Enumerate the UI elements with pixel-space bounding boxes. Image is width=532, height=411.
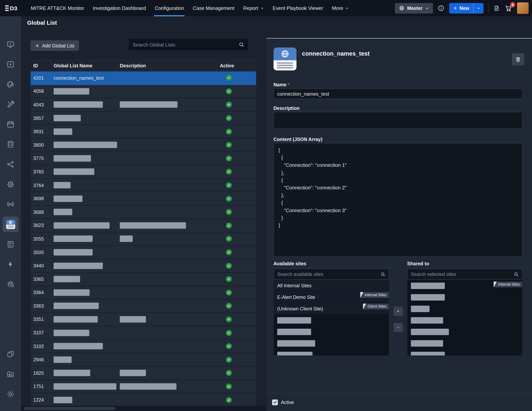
- nav-item[interactable]: MITRE ATT&CK Monitor: [26, 0, 88, 16]
- table-row[interactable]: 3107: [31, 326, 256, 340]
- redacted-name: [54, 249, 93, 256]
- site-item[interactable]: [274, 326, 389, 338]
- sidebar-item-fingerprint[interactable]: [3, 276, 18, 292]
- sidebar-item-workspaces[interactable]: [3, 346, 18, 362]
- new-dropdown-caret[interactable]: [473, 3, 484, 13]
- sidebar-item-schedules[interactable]: [3, 117, 18, 132]
- table-row[interactable]: 3102: [31, 340, 256, 353]
- table-row[interactable]: 3623: [31, 219, 256, 233]
- nav-item[interactable]: Configuration: [150, 0, 188, 16]
- table-row[interactable]: 1751: [31, 380, 256, 393]
- site-item[interactable]: [408, 349, 522, 356]
- sidebar-item-integrations[interactable]: [3, 77, 18, 92]
- table-header: ID Global List Name Description Active: [31, 60, 256, 72]
- sidebar-item-global-lists[interactable]: [3, 217, 18, 232]
- user-avatar[interactable]: [517, 2, 529, 14]
- sidebar-item-forms[interactable]: [3, 237, 18, 252]
- table-row[interactable]: 3765: [31, 165, 256, 179]
- redacted-name: [54, 276, 80, 282]
- table-row[interactable]: 3351: [31, 313, 256, 326]
- scrollbar-thumb[interactable]: [24, 407, 115, 410]
- site-item[interactable]: [274, 349, 389, 356]
- table-row[interactable]: 2946: [31, 353, 256, 367]
- nav-item[interactable]: Report: [239, 0, 268, 16]
- site-scope-dropdown[interactable]: Master: [395, 3, 433, 13]
- table-row[interactable]: 4201 connection_names_test: [31, 72, 256, 85]
- sidebar-item-dashboards[interactable]: [3, 37, 18, 52]
- content-json-editor[interactable]: [ { "Connection": "connection 1" }, { "C…: [273, 143, 522, 257]
- table-row[interactable]: 3688: [31, 206, 256, 219]
- site-item[interactable]: [408, 303, 522, 314]
- d3-logo[interactable]: D3: [5, 4, 20, 12]
- site-item[interactable]: [408, 338, 522, 349]
- sidebar-item-api-settings[interactable]: [3, 176, 18, 192]
- table-row[interactable]: 3555: [31, 232, 256, 246]
- nav-item-label: Configuration: [155, 6, 184, 11]
- active-check-icon: [226, 209, 232, 215]
- release-notes-icon[interactable]: [493, 5, 500, 11]
- move-left-button[interactable]: [393, 323, 403, 332]
- sidebar-item-data-management[interactable]: [3, 137, 18, 152]
- site-item[interactable]: E-Alert Demo Site Internal Sites: [274, 292, 389, 303]
- table-row[interactable]: 1224: [31, 393, 256, 406]
- name-input[interactable]: [273, 88, 522, 99]
- row-description: [117, 340, 217, 353]
- sidebar-item-connections[interactable]: [3, 156, 18, 172]
- nav-item[interactable]: More: [328, 0, 353, 16]
- sidebar-item-settings[interactable]: [3, 386, 18, 402]
- table-row[interactable]: 3800: [31, 138, 256, 152]
- page-title: Global List: [27, 20, 57, 27]
- site-item[interactable]: [274, 314, 389, 326]
- global-list-search-input[interactable]: [129, 42, 235, 47]
- row-description: [117, 300, 217, 312]
- nav-item[interactable]: Event Playbook Viewer: [268, 0, 328, 16]
- playbooks-icon: [7, 60, 15, 69]
- active-checkbox[interactable]: [272, 399, 278, 405]
- table-row[interactable]: 3364: [31, 286, 256, 300]
- nav-item[interactable]: Case Management: [189, 0, 239, 16]
- table-row[interactable]: 3698: [31, 192, 256, 206]
- table-row[interactable]: 3365: [31, 273, 256, 286]
- table-row[interactable]: 4058: [31, 85, 256, 98]
- redacted-name: [54, 262, 103, 269]
- add-global-list-button[interactable]: Add Global List: [31, 40, 79, 51]
- new-button[interactable]: New: [449, 3, 484, 13]
- column-header-active: Active: [217, 60, 250, 71]
- row-description: [117, 179, 217, 192]
- site-item[interactable]: [274, 338, 389, 349]
- sidebar-item-automations[interactable]: [3, 256, 18, 272]
- redacted-name: [54, 115, 81, 121]
- table-row[interactable]: 3440: [31, 259, 256, 273]
- description-input[interactable]: [273, 112, 522, 129]
- move-right-button[interactable]: [393, 307, 403, 316]
- table-row[interactable]: 3957: [31, 112, 256, 125]
- table-row[interactable]: 4043: [31, 98, 256, 112]
- site-item[interactable]: [408, 326, 522, 338]
- delete-button[interactable]: [512, 53, 524, 65]
- table-row[interactable]: 3931: [31, 125, 256, 139]
- shared-sites-search-input[interactable]: [408, 271, 510, 277]
- table-row[interactable]: 1825: [31, 367, 256, 380]
- sidebar-item-playbooks[interactable]: [3, 56, 18, 72]
- info-icon[interactable]: [438, 5, 445, 12]
- site-item[interactable]: [408, 314, 522, 326]
- sidebar-item-utilities[interactable]: [3, 97, 18, 112]
- table-row[interactable]: 3363: [31, 300, 256, 313]
- row-active: [217, 112, 250, 125]
- sidebar-item-event-intake[interactable]: [3, 197, 18, 212]
- globe-icon: [399, 6, 405, 11]
- available-sites-search-input[interactable]: [274, 271, 377, 277]
- table-row[interactable]: 3764: [31, 179, 256, 192]
- table-row[interactable]: 3775: [31, 152, 256, 165]
- site-item[interactable]: (Unknown Client Site) Client Sites: [274, 303, 389, 314]
- sidebar-item-file-library[interactable]: [3, 366, 18, 382]
- site-item[interactable]: All Internal Sites: [274, 280, 389, 292]
- redacted-name: [54, 209, 72, 215]
- nav-item[interactable]: Investigation Dashboard: [88, 0, 151, 16]
- topbar-right-controls: Master New 8: [395, 2, 529, 14]
- site-item[interactable]: [408, 292, 522, 303]
- search-icon: [510, 272, 522, 277]
- table-row[interactable]: 3505: [31, 246, 256, 259]
- site-item[interactable]: [408, 280, 522, 292]
- notifications-cart-icon[interactable]: 8: [504, 4, 512, 12]
